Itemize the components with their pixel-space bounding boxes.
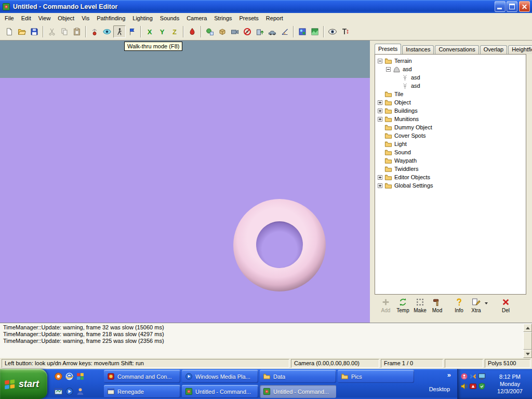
close-button[interactable] — [519, 1, 530, 12]
task-button[interactable]: Data — [260, 370, 336, 383]
media-player-quick-launch-button[interactable] — [65, 387, 74, 396]
waypath-flag-button[interactable] — [126, 25, 138, 38]
menu-item-pathfinding[interactable]: Pathfinding — [93, 14, 129, 22]
xtra-button[interactable]: Xtra — [468, 298, 485, 313]
media-orb-quick-launch-button[interactable] — [54, 372, 63, 381]
tree-item-tile[interactable]: Tile — [376, 90, 525, 98]
tree-item-asd[interactable]: asd — [376, 82, 525, 90]
desktop-toolbar-label[interactable]: Desktop — [429, 386, 450, 392]
vis-blocker-button[interactable] — [241, 25, 254, 38]
volume-tray-button[interactable] — [460, 382, 468, 390]
tree-item-light[interactable]: Light — [376, 140, 525, 148]
expand-toggle[interactable] — [378, 117, 382, 122]
menu-item-camera[interactable]: Camera — [183, 14, 210, 22]
tree-item-terrain[interactable]: Terrain — [376, 57, 525, 65]
menu-item-sounds[interactable]: Sounds — [156, 14, 183, 22]
make-camera-button[interactable] — [229, 25, 241, 38]
scroll-thumb[interactable] — [523, 332, 532, 350]
texture-mode-1-button[interactable] — [296, 25, 309, 38]
scroll-up-button[interactable] — [523, 324, 532, 332]
mod-button[interactable]: Mod — [429, 298, 446, 313]
ati-tray-button[interactable] — [469, 382, 477, 390]
internet-explorer-quick-launch-button[interactable] — [65, 372, 74, 381]
tab-instances[interactable]: Instances — [402, 45, 434, 54]
texture-mode-2-button[interactable] — [309, 25, 321, 38]
lock-y-axis-button[interactable]: Y — [156, 25, 168, 38]
file-explorer-quick-launch-button[interactable] — [54, 387, 63, 396]
shield-tray-button[interactable] — [478, 382, 486, 390]
save-button[interactable] — [28, 25, 41, 38]
expand-toggle[interactable] — [378, 175, 382, 180]
menu-item-view[interactable]: View — [35, 14, 55, 22]
menu-item-vis[interactable]: Vis — [78, 14, 93, 22]
expand-toggle[interactable] — [378, 100, 382, 105]
lock-z-axis-button[interactable]: Z — [168, 25, 181, 38]
paste-button[interactable] — [71, 25, 83, 38]
viewport-3d[interactable] — [0, 41, 370, 323]
orbit-camera-button[interactable] — [101, 25, 113, 38]
tree-item-editor-objects[interactable]: Editor Objects — [376, 173, 525, 181]
info-button[interactable]: Info — [450, 298, 468, 313]
expand-toggle[interactable] — [378, 109, 382, 113]
maximize-button[interactable] — [507, 1, 517, 12]
toggle-visibility-button[interactable] — [326, 25, 339, 38]
msn-butterfly-tray-button[interactable] — [469, 373, 477, 380]
tree-item-asd[interactable]: asd — [376, 73, 525, 82]
cut-button[interactable] — [46, 25, 58, 38]
menu-item-presets[interactable]: Presets — [236, 14, 262, 22]
tray-clock[interactable]: 8:12 PM Monday 12/3/2007 — [488, 369, 532, 399]
angle-tool-button[interactable] — [278, 25, 291, 38]
temp-button[interactable]: Temp — [394, 298, 411, 313]
walk-thru-mode-button[interactable] — [113, 25, 126, 38]
task-button[interactable]: Pics — [338, 370, 414, 383]
title-bar[interactable]: Untitled - Commando Level Editor — [0, 0, 532, 13]
make-tile-button[interactable] — [216, 25, 229, 38]
display-tray-button[interactable] — [478, 373, 486, 380]
add-button[interactable]: Add — [377, 298, 394, 313]
task-button[interactable]: Windows Media Pla... — [182, 370, 258, 383]
minimize-button[interactable] — [495, 1, 506, 12]
lock-x-axis-button[interactable]: X — [143, 25, 156, 38]
menu-item-object[interactable]: Object — [54, 14, 78, 22]
collapse-toggle[interactable] — [386, 67, 391, 72]
expand-toggle[interactable] — [378, 183, 382, 188]
menu-item-lighting[interactable]: Lighting — [129, 14, 156, 22]
new-file-button[interactable] — [3, 25, 16, 38]
make-building-button[interactable] — [254, 25, 266, 38]
drop-to-ground-button[interactable] — [186, 25, 198, 38]
tree-item-object[interactable]: Object — [376, 98, 525, 107]
start-button[interactable]: start — [0, 369, 47, 399]
tree-item-twiddlers[interactable]: Twiddlers — [376, 165, 525, 173]
task-button[interactable]: Untitled - Command... — [182, 385, 258, 398]
open-button[interactable] — [16, 25, 28, 38]
log-scrollbar[interactable] — [523, 324, 532, 358]
user-quick-launch-button[interactable] — [76, 387, 85, 396]
tab-overlap[interactable]: Overlap — [480, 45, 508, 54]
tree-item-dummy-object[interactable]: Dummy Object — [376, 123, 525, 131]
copy-button[interactable] — [58, 25, 71, 38]
emitter-tool-button[interactable] — [88, 25, 101, 38]
tree-item-global-settings[interactable]: Global Settings — [376, 181, 525, 190]
tree-item-buildings[interactable]: Buildings — [376, 107, 525, 115]
menu-item-report[interactable]: Report — [262, 14, 287, 22]
tree-item-waypath[interactable]: Waypath — [376, 156, 525, 165]
menu-item-file[interactable]: File — [1, 14, 18, 22]
task-button[interactable]: Command and Con... — [104, 370, 180, 383]
messenger-tray-button[interactable] — [460, 373, 468, 380]
make-button[interactable]: Make — [411, 298, 429, 313]
preset-tree[interactable]: TerrainasdasdasdTileObjectBuildingsMunit… — [375, 54, 526, 295]
tab-heightfield[interactable]: Heightfield — [508, 45, 532, 54]
menu-item-edit[interactable]: Edit — [18, 14, 35, 22]
tree-item-munitions[interactable]: Munitions — [376, 115, 525, 123]
tree-item-asd[interactable]: asd — [376, 65, 525, 73]
make-vehicle-button[interactable] — [266, 25, 278, 38]
media-colors-quick-launch-button[interactable] — [76, 372, 85, 381]
tab-conversations[interactable]: Conversations — [435, 45, 478, 54]
xtra-dropdown-button[interactable] — [485, 298, 490, 306]
tab-presets[interactable]: Presets — [375, 44, 401, 54]
scroll-down-button[interactable] — [523, 350, 532, 358]
overflow-chevron-icon[interactable]: » — [447, 371, 451, 379]
text-tool-button[interactable] — [339, 25, 351, 38]
tree-item-sound[interactable]: Sound — [376, 148, 525, 156]
make-object-button[interactable] — [204, 25, 216, 38]
